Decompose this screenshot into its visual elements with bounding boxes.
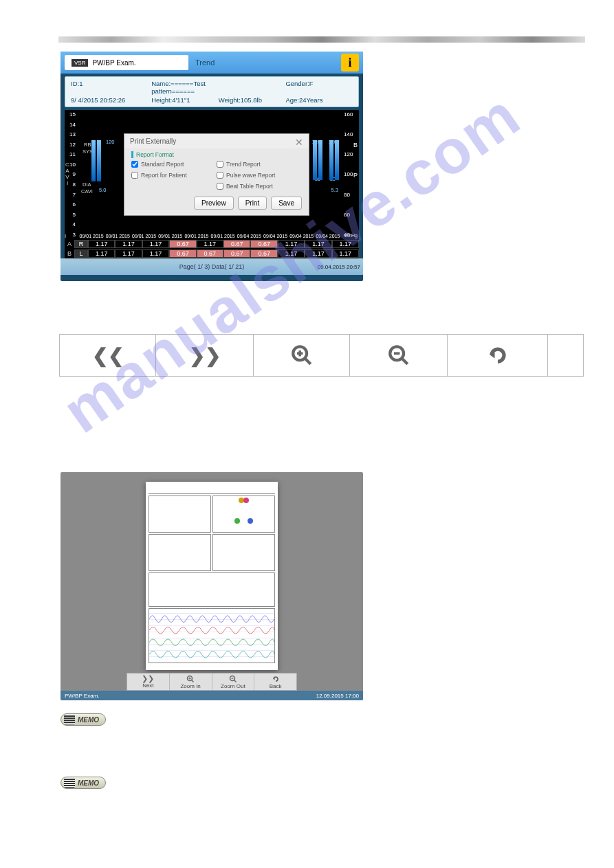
next-button[interactable]: ❯❯ Next bbox=[127, 674, 170, 690]
button-label: Zoom In bbox=[180, 683, 200, 689]
tick: 12 bbox=[67, 142, 76, 148]
memo-icon bbox=[64, 715, 75, 724]
date: 09/01 2015 bbox=[184, 234, 210, 239]
chevron-double-right-icon: ❯❯ bbox=[189, 344, 221, 367]
memo-badge: MEMO bbox=[61, 713, 106, 726]
abi-side-a: A bbox=[65, 241, 74, 247]
date: 09/04 2015 bbox=[289, 234, 315, 239]
abi-cell-abnormal: 0.67 bbox=[250, 240, 277, 248]
check-pulse-wave-report[interactable]: Pulse wave Report bbox=[217, 172, 302, 179]
limb-marker bbox=[234, 518, 240, 524]
tick: 13 bbox=[67, 131, 76, 137]
patient-info-band: ID:1 Name:======Test pattern====== Gende… bbox=[65, 76, 359, 107]
zoom-in-button[interactable]: Zoom In bbox=[170, 674, 212, 690]
patient-age: Age:24Years bbox=[285, 96, 353, 104]
date-axis: 09/01 2015 09/01 2015 09/01 2015 09/01 2… bbox=[78, 234, 341, 239]
abi-side-b: B bbox=[65, 250, 74, 257]
screenshot-report-preview: ❯❯ Next Zoom In Zoom Out bbox=[61, 472, 363, 700]
report-preview-page[interactable] bbox=[146, 482, 278, 670]
app-title-bar: VSR PW/BP Exam. Trend i bbox=[61, 52, 363, 74]
date: 09/01 2015 bbox=[131, 234, 157, 239]
exam-label: PW/BP Exam. bbox=[92, 59, 135, 67]
abi-cell-abnormal: 0.67 bbox=[197, 249, 223, 258]
screenshot-print-externally-dialog: VSR PW/BP Exam. Trend i ID:1 Name:======… bbox=[61, 52, 363, 281]
preview-button[interactable]: Preview bbox=[194, 197, 234, 210]
chevron-double-left-icon: ❮❮ bbox=[92, 344, 124, 367]
report-data-box bbox=[212, 534, 275, 571]
abi-cell: 1.17 bbox=[278, 249, 305, 258]
patient-date: 9/ 4/2015 20:52:26 bbox=[71, 96, 151, 104]
save-button[interactable]: Save bbox=[271, 197, 302, 210]
check-label: Beat Table Report bbox=[226, 183, 273, 190]
dialog-title: Print Externally ✕ bbox=[124, 134, 309, 148]
abi-cell: 1.17 bbox=[278, 240, 305, 248]
date: 09/04 2015 bbox=[315, 234, 341, 239]
checkbox[interactable] bbox=[131, 172, 138, 179]
date: 09/04 2015 bbox=[262, 234, 288, 239]
page-top-accent-stripe bbox=[58, 36, 585, 43]
button-label: Zoom Out bbox=[221, 683, 245, 689]
cavi-axis-label: C A V I bbox=[63, 162, 72, 186]
report-waveforms bbox=[149, 608, 275, 663]
toolbar-icon-reference-table: ❮❮ ❯❯ bbox=[59, 334, 584, 377]
report-data-box bbox=[149, 534, 211, 571]
axis-label-p: P bbox=[353, 172, 358, 179]
date: 09/01 2015 bbox=[78, 234, 105, 239]
footer-timestamp: 09.04.2015 20:57 bbox=[318, 264, 360, 270]
zoom-in-icon bbox=[186, 675, 195, 683]
zoom-out-button[interactable]: Zoom Out bbox=[212, 674, 255, 690]
tick: 120 bbox=[344, 151, 356, 157]
info-button[interactable]: i bbox=[341, 54, 359, 71]
status-bar: PW/BP Exam. 12.09.2015 17:00 bbox=[61, 691, 363, 700]
date: 09/04 2015 bbox=[236, 234, 262, 239]
print-button[interactable]: Print bbox=[238, 197, 267, 210]
preview-toolbar: ❯❯ Next Zoom In Zoom Out bbox=[127, 673, 297, 691]
exam-badge: VSR bbox=[72, 59, 88, 67]
abi-table: A R 1.17 1.17 1.17 0.67 1.17 0.67 0.67 1… bbox=[65, 239, 359, 258]
check-standard-report[interactable]: Standard Report bbox=[131, 161, 217, 168]
tick: 7 bbox=[67, 192, 76, 198]
trend-label: Trend bbox=[195, 58, 215, 67]
memo-label: MEMO bbox=[78, 779, 99, 787]
patient-id: ID:1 bbox=[71, 80, 151, 95]
tick: 160 bbox=[344, 111, 356, 118]
checkbox[interactable] bbox=[217, 172, 223, 179]
bar bbox=[313, 140, 317, 180]
memo-badge: MEMO bbox=[61, 777, 106, 789]
back-button[interactable]: Back bbox=[254, 674, 296, 690]
check-beat-table-report[interactable]: Beat Table Report bbox=[217, 183, 302, 190]
abi-cell-abnormal: 0.67 bbox=[250, 249, 277, 258]
check-trend-report[interactable]: Trend Report bbox=[217, 161, 302, 168]
zoom-in-icon bbox=[290, 344, 314, 367]
checkbox[interactable] bbox=[131, 161, 138, 168]
report-format-section-label: Report Format bbox=[131, 151, 302, 158]
patient-height: Height:4'11"1 bbox=[151, 96, 219, 104]
bar bbox=[91, 140, 96, 181]
abi-row-r: R bbox=[74, 240, 88, 248]
check-report-for-patient[interactable]: Report for Patient bbox=[131, 172, 217, 179]
check-label: Standard Report bbox=[141, 161, 184, 168]
toolbar-empty-cell bbox=[548, 335, 583, 376]
exam-mode-chip[interactable]: VSR PW/BP Exam. bbox=[65, 55, 188, 70]
check-label: Pulse wave Report bbox=[226, 172, 275, 179]
bar bbox=[318, 140, 322, 180]
date: 09/01 2015 bbox=[210, 234, 236, 239]
zoom-out-icon bbox=[387, 344, 410, 367]
undo-back-icon bbox=[485, 343, 510, 368]
label-dia: DIA bbox=[83, 181, 91, 188]
label-rb: RB bbox=[84, 142, 91, 148]
abi-cell: 1.17 bbox=[305, 240, 331, 248]
checkbox[interactable] bbox=[217, 183, 223, 190]
toolbar-zoom-in-cell bbox=[254, 335, 350, 376]
checkbox[interactable] bbox=[217, 161, 223, 168]
sys-value-120-left: 120 bbox=[106, 139, 115, 145]
close-button[interactable]: ✕ bbox=[294, 137, 305, 148]
button-label: Next bbox=[142, 682, 153, 689]
patient-weight: Weight:105.8lb bbox=[219, 96, 286, 104]
abi-cell: 1.17 bbox=[142, 249, 169, 258]
tick: 60 bbox=[344, 212, 356, 218]
svg-line-8 bbox=[192, 680, 194, 682]
abi-cell: 1.17 bbox=[332, 240, 359, 248]
tick: 15 bbox=[67, 111, 76, 118]
report-mini-charts bbox=[149, 572, 275, 607]
